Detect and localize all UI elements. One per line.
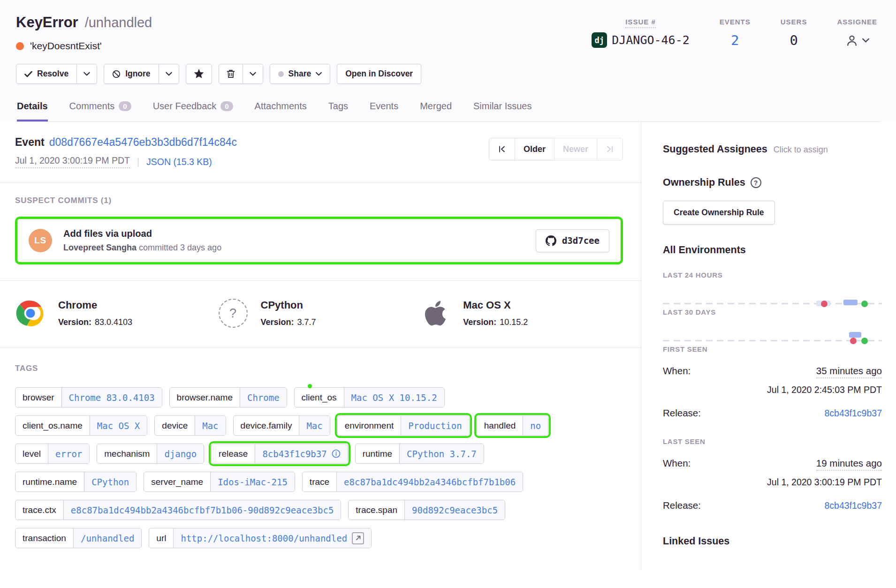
page-first-icon (498, 145, 506, 153)
oldest-event-button[interactable] (489, 138, 515, 160)
context-runtime: ? CPython Version:3.7.7 (218, 298, 420, 329)
chevron-down-icon (862, 38, 869, 43)
avatar: LS (29, 229, 52, 252)
stat-assignee: ASSIGNEE (837, 18, 877, 48)
first-seen-heading: FIRST SEEN (663, 345, 882, 353)
users-count[interactable]: 0 (790, 32, 797, 48)
latest-event-button[interactable] (597, 138, 623, 160)
create-ownership-rule-button[interactable]: Create Ownership Rule (663, 201, 775, 225)
open-in-discover-button[interactable]: Open in Discover (337, 64, 421, 84)
assignee-dropdown[interactable] (845, 33, 869, 47)
resolve-button-group: Resolve (16, 64, 97, 84)
tag-handled: handledno (477, 415, 549, 436)
chrome-logo-icon (15, 298, 46, 328)
tab-merged[interactable]: Merged (420, 101, 452, 121)
last-seen-marker (861, 301, 868, 307)
tag-device-family: device.familyMac (233, 415, 330, 436)
older-event-button[interactable]: Older (515, 138, 554, 160)
suspect-commits-heading: SUSPECT COMMITS (1) (15, 196, 623, 205)
tab-tags[interactable]: Tags (328, 101, 348, 121)
issue-short-id: DJANGO-46-2 (612, 33, 690, 47)
feedback-count-badge: 0 (220, 101, 233, 111)
error-level-dot (16, 42, 24, 50)
suspect-commits-section: SUSPECT COMMITS (1) LS Add files via upl… (0, 183, 641, 281)
tag-device: deviceMac (154, 415, 226, 436)
chevron-down-icon (250, 72, 256, 76)
tags-heading: TAGS (15, 364, 623, 373)
event-pagination: Older Newer (489, 138, 623, 160)
page-title: KeyError (16, 14, 78, 31)
tag-browser-name: browser.nameChrome (169, 387, 287, 407)
issue-title-block: KeyError /unhandled 'keyDoesntExist' (16, 14, 152, 52)
tag-trace-span: trace.span90d892c9eace3bc5 (348, 500, 505, 520)
tag-trace: tracee8c87ba1dc494bb2a4346bcfbf7b1b06 (302, 472, 523, 492)
newer-event-button[interactable]: Newer (554, 138, 597, 160)
tab-details[interactable]: Details (17, 101, 48, 121)
tag-browser: browserChrome 83.0.4103 (15, 387, 162, 407)
chevron-down-icon (166, 72, 172, 76)
info-icon (332, 449, 341, 458)
event-header-section: Eventd08d7667e4a5476eb3b3db6d7f14c84c Ju… (0, 122, 641, 183)
ignore-dropdown-button[interactable] (159, 64, 179, 84)
share-status-dot (278, 71, 284, 77)
tag-mechanism: mechanismdjango (97, 444, 204, 464)
share-button[interactable]: Share (270, 64, 331, 84)
external-link-icon[interactable] (352, 532, 364, 544)
tab-user-feedback[interactable]: User Feedback0 (153, 101, 233, 121)
help-icon[interactable]: ? (751, 177, 761, 188)
tab-attachments[interactable]: Attachments (255, 101, 307, 121)
page-last-icon (606, 145, 614, 153)
bookmark-star-button[interactable] (186, 64, 212, 84)
tag-client-os: client_osMac OS X 10.15.2 (294, 387, 445, 407)
first-seen-release-link[interactable]: 8cb43f1c9b37 (824, 408, 882, 419)
linked-issues-title: Linked Issues (663, 535, 882, 547)
github-icon (546, 235, 556, 246)
project-icon: dj (592, 32, 607, 48)
delete-dropdown-button[interactable] (243, 64, 263, 84)
commit-title: Add files via upload (63, 228, 536, 239)
tag-client-os-name: client_os.nameMac OS X (15, 415, 147, 436)
event-timestamp: Jul 1, 2020 3:00:19 PM PDT (15, 155, 130, 168)
comments-count-badge: 0 (119, 101, 131, 111)
tag-environment: environmentProduction (337, 415, 470, 436)
delete-button[interactable] (219, 64, 243, 84)
issue-sidebar: Suggested Assignees Click to assign Owne… (641, 122, 896, 570)
tags-section: TAGS browserChrome 83.0.4103 browser.nam… (0, 348, 641, 570)
suggested-assignees-title: Suggested Assignees (663, 143, 767, 155)
issue-message: 'keyDoesntExist' (30, 40, 102, 52)
user-icon (845, 33, 859, 47)
trash-icon (227, 69, 235, 78)
suspect-commit-card: LS Add files via upload Lovepreet Sangha… (15, 217, 623, 264)
apple-logo-icon (424, 299, 447, 327)
tag-level: levelerror (15, 444, 90, 464)
tab-similar-issues[interactable]: Similar Issues (473, 101, 532, 121)
last-seen-marker (861, 338, 868, 344)
event-id-link[interactable]: d08d7667e4a5476eb3b3db6d7f14c84c (49, 136, 237, 148)
ownership-rules-title: Ownership Rules (663, 177, 745, 188)
tab-comments[interactable]: Comments0 (69, 101, 131, 121)
resolve-button[interactable]: Resolve (16, 64, 77, 84)
click-to-assign-hint: Click to assign (774, 145, 828, 155)
last-seen-release-link[interactable]: 8cb43f1c9b37 (824, 500, 882, 511)
mute-icon (112, 70, 121, 78)
event-context-section: Chrome Version:83.0.4103 ? CPython Versi… (0, 281, 641, 348)
first-seen-marker (821, 301, 828, 307)
spark-bar (849, 332, 861, 338)
last-seen-heading: LAST SEEN (663, 437, 882, 445)
star-icon (194, 69, 204, 79)
tag-transaction: transaction/unhandled (15, 528, 142, 548)
ignore-button[interactable]: Ignore (104, 64, 159, 84)
new-tag-dot (308, 384, 312, 388)
event-json-link[interactable]: JSON (15.3 KB) (146, 157, 212, 167)
issue-culprit: /unhandled (85, 15, 152, 30)
commit-sha-button[interactable]: d3d7cee (536, 229, 609, 252)
spark-bar (843, 300, 858, 305)
resolve-dropdown-button[interactable] (77, 64, 97, 84)
commit-author: Lovepreet Sangha (63, 243, 137, 252)
stat-events: EVENTS 2 (720, 18, 751, 48)
events-count[interactable]: 2 (731, 32, 739, 48)
tab-events[interactable]: Events (370, 101, 398, 121)
tag-server-name: server_nameIdos-iMac-215 (144, 472, 295, 492)
stat-users: USERS 0 (781, 18, 807, 48)
tag-runtime-name: runtime.nameCPython (15, 472, 137, 492)
